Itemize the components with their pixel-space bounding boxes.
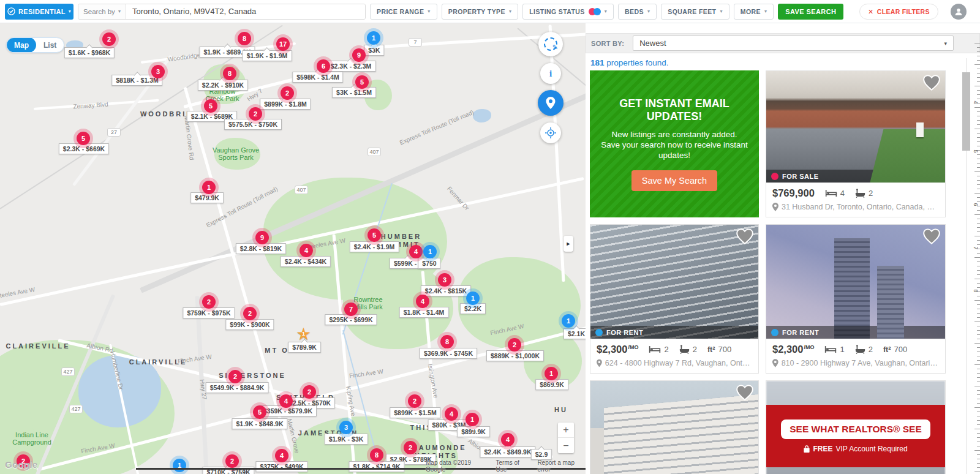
map-pin-price-label[interactable]: $899.9K xyxy=(457,426,490,437)
map-cluster-pin[interactable]: 1 xyxy=(202,181,216,194)
map-cluster-pin[interactable]: 2 xyxy=(225,454,239,468)
location-search-input[interactable] xyxy=(126,4,365,19)
beds-filter[interactable]: BEDS ▾ xyxy=(618,4,657,20)
draw-search-button[interactable]: ✎ xyxy=(538,32,563,56)
favorite-heart-icon[interactable] xyxy=(923,228,940,247)
listing-card[interactable] xyxy=(590,380,759,474)
map-cluster-pin[interactable]: 4 xyxy=(445,407,458,421)
panel-collapse-arrow[interactable]: ► xyxy=(564,236,573,252)
my-location-button[interactable] xyxy=(540,122,561,143)
map-pin-price-label[interactable]: $99K - $900K xyxy=(225,319,274,330)
map-pin-price-label[interactable]: $750 xyxy=(418,258,440,269)
map-cluster-pin[interactable]: 5 xyxy=(204,99,217,113)
map-cluster-pin[interactable]: 1 xyxy=(466,292,480,305)
map-pin-price-label[interactable]: $869.9K xyxy=(535,379,568,390)
map-pin-price-label[interactable]: $889K - $1,000K xyxy=(486,350,544,361)
map-cluster-pin[interactable]: 1 xyxy=(466,413,479,426)
map-cluster-pin[interactable]: 2 xyxy=(404,441,417,454)
tab-list[interactable]: List xyxy=(36,37,64,53)
map-pin-price-label[interactable]: $1.6K - $968K xyxy=(64,47,115,58)
zoom-in-button[interactable]: + xyxy=(558,423,574,438)
map-pin-price-label[interactable]: $2.4K - $815K xyxy=(421,285,471,296)
map-cluster-pin[interactable]: 3 xyxy=(438,273,451,287)
clear-filters-button[interactable]: × CLEAR FILTERS xyxy=(859,4,938,20)
map[interactable]: WOODBRIDGEHUMBERSUMMITCLAIREVILLECLAIRVI… xyxy=(0,23,586,474)
map-cluster-pin[interactable]: 4 xyxy=(275,449,288,462)
map-pin-price-label[interactable]: $759K - $975K xyxy=(183,307,235,318)
map-cluster-pin[interactable]: 1 xyxy=(562,314,575,328)
favorite-heart-icon[interactable] xyxy=(736,385,753,403)
map-pin-price-label[interactable]: $1.9K - $848.9K xyxy=(232,418,287,429)
map-cluster-pin[interactable]: 6 xyxy=(317,59,330,73)
map-cluster-pin[interactable]: 4 xyxy=(409,245,423,258)
map-pin-price-label[interactable]: $1.8K - $714.9K xyxy=(349,461,404,472)
map-cluster-pin[interactable]: 8 xyxy=(370,448,383,462)
report-map-error-link[interactable]: Report a map error xyxy=(537,459,586,473)
save-my-search-button[interactable]: Save My Search xyxy=(631,170,717,191)
listing-card[interactable]: FOR RENT $2,300/MO 1 2 xyxy=(766,224,946,374)
map-pin-price-label[interactable]: $549.9K - $884.9K xyxy=(206,382,269,393)
map-pin-price-label[interactable]: $1.8K - $1.4M xyxy=(399,307,449,318)
map-cluster-pin[interactable]: 5 xyxy=(77,132,90,145)
map-cluster-pin[interactable]: 2 xyxy=(303,385,316,399)
map-pin-price-label[interactable]: $1.9K - $1.9M xyxy=(243,50,292,61)
listing-photo[interactable]: FOR RENT xyxy=(766,225,945,339)
zoom-out-button[interactable]: − xyxy=(558,438,574,453)
search-by-dropdown[interactable]: Search by ▾ xyxy=(78,4,126,19)
see-what-realtors-see-button[interactable]: SEE WHAT REALTORS® SEE xyxy=(781,419,930,439)
map-cluster-pin[interactable]: 1 xyxy=(173,459,186,472)
map-cluster-pin[interactable]: 8 xyxy=(440,335,454,348)
map-cluster-pin[interactable]: 5 xyxy=(355,75,369,89)
vip-promo-card[interactable]: SEE WHAT REALTORS® SEE FREE VIP Account … xyxy=(766,380,946,474)
listing-status-filter[interactable]: LISTING STATUS ▾ xyxy=(522,4,614,20)
map-cluster-pin[interactable]: 7 xyxy=(344,303,358,316)
map-pin-price-label[interactable]: $2.4K - $849.9K xyxy=(480,446,535,457)
map-info-button[interactable]: i xyxy=(540,63,561,84)
map-cluster-pin[interactable]: 9 xyxy=(352,48,366,62)
map-pin-price-label[interactable]: $2.8K - $819K xyxy=(236,243,286,254)
map-pin-price-label[interactable]: $2.4K - $1.9M xyxy=(350,241,399,252)
map-pin-price-label[interactable]: $2.9 xyxy=(531,449,552,460)
map-cluster-pin[interactable]: 8 xyxy=(238,32,251,45)
listing-photo[interactable]: FOR SALE xyxy=(766,71,945,182)
residential-dropdown[interactable]: RESIDENTIAL ▾ xyxy=(5,4,74,20)
map-cluster-pin[interactable]: 2 xyxy=(281,86,294,100)
sort-select[interactable]: Newest ▾ xyxy=(633,36,954,51)
map-cluster-pin[interactable]: 17 xyxy=(276,37,290,51)
square-feet-filter[interactable]: SQUARE FEET ▾ xyxy=(661,4,729,20)
map-cluster-pin[interactable]: 2 xyxy=(249,107,262,121)
map-cluster-pin[interactable]: 2 xyxy=(408,394,421,408)
map-cluster-pin[interactable]: 2 xyxy=(228,370,242,383)
map-cluster-pin[interactable]: 9 xyxy=(255,231,269,244)
map-cluster-pin[interactable]: 3 xyxy=(339,421,353,434)
map-cluster-pin[interactable]: 4 xyxy=(416,295,429,308)
map-pin-price-label[interactable]: $598K - $1.4M xyxy=(292,72,343,83)
save-search-button[interactable]: SAVE SEARCH xyxy=(778,4,843,20)
map-cluster-pin[interactable]: 4 xyxy=(501,433,514,446)
map-cluster-pin[interactable]: 2 xyxy=(508,338,521,352)
map-pin-price-label[interactable]: $3K - $1.5M xyxy=(332,87,376,98)
map-cluster-pin[interactable]: 5 xyxy=(368,228,381,242)
map-cluster-pin[interactable]: 8 xyxy=(223,67,236,80)
listing-card[interactable]: FOR SALE $769,900 4 2 xyxy=(766,70,946,217)
map-pin-price-label[interactable]: $899K - $1.5M xyxy=(390,407,440,418)
map-cluster-pin[interactable]: 3 xyxy=(151,65,165,78)
map-pin-price-label[interactable]: $2.3K - $2.3M xyxy=(326,61,376,72)
listing-photo[interactable] xyxy=(590,381,758,474)
map-cluster-pin[interactable]: 1 xyxy=(545,367,558,380)
map-pin-price-label[interactable]: $3K xyxy=(364,45,384,56)
scrollbar-thumb[interactable] xyxy=(962,72,970,151)
map-pin-price-label[interactable]: $369.9K - $745K xyxy=(420,348,477,359)
price-range-filter[interactable]: PRICE RANGE ▾ xyxy=(370,4,437,20)
terms-of-use-link[interactable]: Terms of Use xyxy=(496,459,530,473)
user-avatar[interactable] xyxy=(951,4,967,20)
map-cluster-pin[interactable]: 4 xyxy=(300,244,313,257)
map-pin-price-label[interactable]: $899K - $1.8M xyxy=(260,99,311,110)
tab-map[interactable]: Map xyxy=(7,37,36,53)
map-pin-price-label[interactable]: $575.5K - $750K xyxy=(224,119,282,130)
listing-status-toggle-icon[interactable] xyxy=(589,8,601,15)
property-type-filter[interactable]: PROPERTY TYPE ▾ xyxy=(442,4,519,20)
map-cluster-pin[interactable]: 2 xyxy=(102,32,116,46)
listing-card[interactable]: FOR RENT $2,300/MO 2 2 xyxy=(590,224,759,374)
map-cluster-pin[interactable]: 1 xyxy=(367,31,380,45)
